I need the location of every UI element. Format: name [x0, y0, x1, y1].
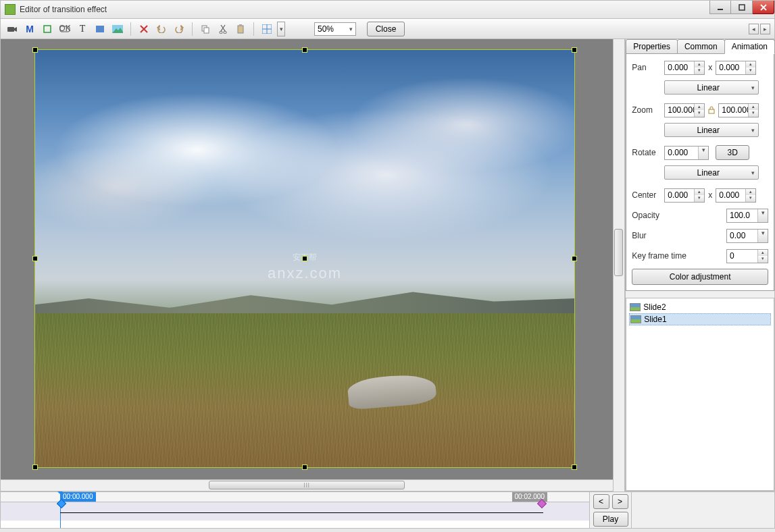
keyframe-time-label: Key frame time [632, 251, 694, 261]
rotate-curve-select[interactable]: Linear [664, 165, 759, 180]
keyframe-time-input[interactable]: 0▴▾ [726, 249, 768, 263]
svg-point-13 [224, 31, 226, 34]
svg-text:OK: OK [59, 25, 70, 33]
zoom-value: 50% [318, 24, 334, 34]
center-y-input[interactable]: 0.000▴▾ [716, 188, 756, 203]
pan-curve-select[interactable]: Linear [664, 80, 759, 95]
prev-frame-button[interactable]: < [593, 494, 609, 509]
x-separator: x [708, 63, 712, 72]
panel-next-icon[interactable]: ▸ [760, 24, 770, 34]
svg-rect-4 [44, 26, 51, 32]
slide-image[interactable]: 安下帮 anxz.com [34, 49, 575, 468]
svg-rect-11 [204, 28, 209, 33]
tab-body-animation: Pan 0.000▴▾ x 0.000▴▾ Linear Zoom 100.00… [626, 53, 774, 291]
separator [130, 22, 131, 36]
svg-rect-2 [7, 27, 14, 32]
pan-x-input[interactable]: 0.000▴▾ [664, 61, 705, 75]
rectangle-icon[interactable] [93, 22, 107, 36]
svg-rect-0 [718, 9, 723, 10]
cut-icon[interactable] [216, 22, 230, 36]
app-icon [5, 4, 16, 15]
canvas-scrollbar-horizontal[interactable] [0, 480, 614, 491]
frame-icon[interactable] [40, 22, 55, 36]
tab-common[interactable]: Common [677, 39, 725, 54]
pan-y-input[interactable]: 0.000▴▾ [716, 61, 756, 75]
blur-label: Blur [632, 231, 694, 240]
list-item[interactable]: Slide2 [629, 301, 771, 313]
blur-input[interactable]: 0.00▾ [726, 229, 768, 243]
timeline-start-tag: 00:00.000 [60, 492, 96, 502]
slide-label: Slide1 [644, 315, 666, 324]
zoom-x-input[interactable]: 100.000▴▾ [664, 103, 705, 117]
side-panel: Properties Common Animation Pan 0.000▴▾ … [625, 39, 775, 491]
tab-properties[interactable]: Properties [626, 39, 678, 54]
playback-controls: < > Play [590, 491, 632, 529]
slide-thumb-icon [630, 303, 641, 311]
rotate-input[interactable]: 0.000▾ [664, 146, 709, 160]
button-icon[interactable]: OK [57, 22, 72, 36]
list-item[interactable]: Slide1 [629, 313, 771, 325]
svg-point-12 [220, 31, 222, 34]
zoom-curve-select[interactable]: Linear [664, 123, 759, 137]
canvas[interactable]: 安下帮 anxz.com [0, 39, 614, 480]
next-frame-button[interactable]: > [612, 494, 628, 509]
close-window-button[interactable] [753, 1, 774, 14]
rotate-label: Rotate [632, 148, 664, 157]
image-icon[interactable] [110, 22, 125, 36]
grid-dropdown-icon[interactable]: ▾ [277, 22, 285, 36]
separator [253, 22, 254, 36]
bottom-spacer [632, 491, 775, 529]
window-title: Editor of transition effect [20, 5, 107, 14]
svg-rect-1 [739, 5, 745, 10]
pan-label: Pan [632, 63, 664, 72]
zoom-select[interactable]: 50%▾ [314, 22, 356, 36]
x-separator: x [708, 190, 712, 200]
redo-icon[interactable] [172, 22, 186, 36]
panel-prev-icon[interactable]: ◂ [749, 24, 759, 34]
maximize-button[interactable] [731, 1, 753, 14]
slide-thumb-icon [630, 315, 641, 323]
opacity-input[interactable]: 100.0▾ [726, 209, 768, 223]
toolbar: M OK T ▾ 50%▾ Close ◂ ▸ [0, 19, 775, 39]
center-x-input[interactable]: 0.000▴▾ [664, 188, 705, 203]
window-controls [709, 1, 774, 14]
svg-rect-7 [96, 26, 104, 32]
svg-rect-16 [709, 109, 714, 113]
copy-icon[interactable] [198, 22, 213, 36]
undo-icon[interactable] [154, 22, 169, 36]
camera-icon[interactable] [5, 22, 20, 36]
canvas-scrollbar-vertical[interactable] [614, 39, 625, 491]
text-icon[interactable]: T [75, 22, 90, 36]
svg-marker-3 [14, 27, 17, 32]
svg-rect-15 [239, 24, 242, 26]
minimize-button[interactable] [709, 1, 731, 14]
titlebar: Editor of transition effect [0, 0, 775, 19]
slide-label: Slide2 [643, 302, 666, 312]
separator [192, 22, 193, 36]
m-tool-icon[interactable]: M [22, 22, 37, 36]
rotate-3d-button[interactable]: 3D [716, 145, 749, 160]
slide-list: Slide2 Slide1 [626, 298, 774, 491]
opacity-label: Opacity [632, 211, 694, 220]
delete-icon[interactable] [136, 22, 151, 36]
timeline[interactable]: 00:00.000 00:02.000 [0, 491, 590, 529]
tab-animation[interactable]: Animation [724, 39, 775, 54]
lock-aspect-icon[interactable] [707, 105, 716, 115]
tabs: Properties Common Animation [626, 39, 774, 54]
paste-icon[interactable] [233, 22, 248, 36]
grid-icon[interactable] [259, 22, 274, 36]
svg-rect-14 [238, 26, 243, 33]
play-button[interactable]: Play [593, 512, 628, 527]
close-button[interactable]: Close [367, 22, 405, 36]
zoom-y-input[interactable]: 100.000▴▾ [718, 103, 759, 117]
zoom-label: Zoom [632, 105, 664, 115]
color-adjustment-button[interactable]: Color adjustment [632, 269, 768, 285]
center-label: Center [632, 190, 664, 200]
